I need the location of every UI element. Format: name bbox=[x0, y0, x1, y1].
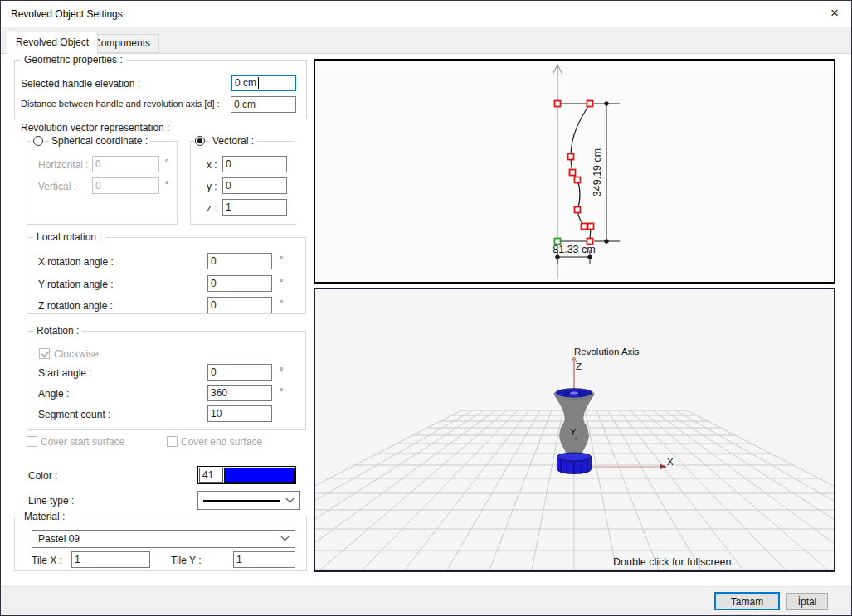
line-type-select[interactable] bbox=[197, 491, 300, 510]
vector-x-input[interactable] bbox=[222, 156, 287, 172]
profile-handle[interactable] bbox=[570, 170, 576, 176]
vertical-label: Vertical : bbox=[38, 181, 76, 192]
z-axis-label: Z bbox=[576, 361, 582, 371]
horizontal-input bbox=[92, 156, 159, 172]
handle-elevation-input[interactable] bbox=[231, 75, 296, 91]
vase-top-cap bbox=[554, 389, 594, 399]
x-axis-label: X bbox=[667, 457, 674, 467]
color-label: Color : bbox=[28, 470, 57, 482]
vector-z-input[interactable] bbox=[222, 199, 287, 216]
vase-base bbox=[557, 453, 592, 474]
color-picker[interactable]: 41 bbox=[197, 466, 296, 484]
distance-input[interactable] bbox=[231, 96, 296, 113]
material-select[interactable]: Pastel 09 bbox=[32, 530, 295, 548]
tile-x-input[interactable] bbox=[71, 551, 150, 568]
profile-handle[interactable] bbox=[588, 224, 594, 230]
z-rotation-degree: ° bbox=[280, 298, 283, 308]
tab-revolved-object[interactable]: Revolved Object bbox=[7, 32, 98, 54]
width-dimension-label: 81.33 cm bbox=[553, 244, 595, 255]
profile-handle[interactable] bbox=[587, 239, 593, 245]
chevron-down-icon bbox=[286, 494, 295, 502]
spherical-radio[interactable] bbox=[33, 136, 43, 146]
y-axis-label: Y bbox=[570, 427, 577, 437]
render-preview-3d[interactable]: X Revolution Axis Z bbox=[314, 288, 835, 572]
z-rotation-input[interactable] bbox=[207, 297, 272, 313]
handle-elevation-label: Selected handle elevation : bbox=[21, 78, 140, 90]
revolution-vector-label: Revolution vector representation : bbox=[21, 122, 169, 133]
button-bar: Tamam İptal bbox=[1, 586, 851, 616]
geometric-properties-legend: Geometric properties : bbox=[21, 54, 126, 65]
x-rotation-degree: ° bbox=[280, 255, 283, 264]
start-angle-label: Start angle : bbox=[38, 367, 92, 379]
profile-handle[interactable] bbox=[575, 177, 581, 183]
line-type-label: Line type : bbox=[28, 495, 74, 507]
x-rotation-label: X rotation angle : bbox=[38, 256, 114, 268]
local-rotation-legend: Local rotation : bbox=[33, 231, 105, 243]
profile-handle[interactable] bbox=[587, 101, 593, 107]
clockwise-label: Clockwise bbox=[54, 348, 99, 360]
color-swatch bbox=[224, 468, 295, 483]
spherical-legend: Spherical coordinate : bbox=[49, 135, 150, 147]
profile-handle[interactable] bbox=[555, 101, 561, 107]
segment-count-label: Segment count : bbox=[38, 409, 110, 420]
z-rotation-label: Z rotation angle : bbox=[38, 300, 113, 312]
vectoral-radio[interactable] bbox=[195, 136, 205, 146]
vector-y-input[interactable] bbox=[222, 177, 287, 194]
cover-start-checkbox bbox=[27, 436, 37, 447]
vector-y-label: y : bbox=[207, 181, 217, 192]
angle-degree: ° bbox=[280, 386, 283, 396]
profile-preview-2d[interactable]: 349.19 cm 81.33 cm bbox=[314, 59, 835, 284]
start-angle-input[interactable] bbox=[207, 364, 272, 381]
angle-label: Angle : bbox=[38, 388, 69, 400]
vertical-input bbox=[92, 177, 159, 194]
tile-y-label: Tile Y : bbox=[171, 555, 201, 566]
rotation-legend: Rotation : bbox=[33, 325, 82, 337]
y-rotation-input[interactable] bbox=[207, 275, 272, 292]
line-style-preview bbox=[203, 500, 280, 502]
color-index: 41 bbox=[199, 468, 223, 483]
revolution-axis-title: Revolution Axis bbox=[574, 347, 640, 357]
render-drawing: X Revolution Axis Z bbox=[315, 289, 834, 570]
fullscreen-hint: Double click for fullscreen. bbox=[613, 556, 734, 568]
start-angle-degree: ° bbox=[280, 366, 283, 376]
close-icon[interactable]: × bbox=[818, 1, 851, 27]
chevron-down-icon bbox=[281, 533, 290, 541]
dialog-title: Revolved Object Settings bbox=[11, 8, 123, 20]
y-rotation-degree: ° bbox=[280, 277, 283, 287]
angle-input[interactable] bbox=[207, 385, 272, 401]
profile-handle[interactable] bbox=[568, 154, 574, 160]
material-value: Pastel 09 bbox=[38, 533, 80, 545]
clockwise-checkbox bbox=[39, 348, 50, 359]
profile-handle[interactable] bbox=[582, 224, 587, 230]
text-caret bbox=[258, 77, 259, 89]
cover-start-label: Cover start surface bbox=[41, 436, 124, 448]
horizontal-label: Horizontal : bbox=[38, 159, 89, 171]
y-rotation-label: Y rotation angle : bbox=[38, 279, 114, 290]
profile-handles bbox=[555, 101, 594, 245]
vector-z-label: z : bbox=[207, 202, 217, 214]
ok-button[interactable]: Tamam bbox=[714, 592, 780, 610]
distance-label: Distance between handle and revolution a… bbox=[21, 99, 220, 109]
profile-origin-handle[interactable] bbox=[555, 239, 561, 245]
height-dimension-label: 349.19 cm bbox=[592, 148, 603, 196]
horizontal-degree: ° bbox=[165, 158, 168, 167]
x-rotation-input[interactable] bbox=[207, 253, 272, 269]
vector-x-label: x : bbox=[207, 159, 217, 171]
revolved-object-settings-dialog: Revolved Object Settings × Revolved Obje… bbox=[0, 0, 852, 616]
tile-x-label: Tile X : bbox=[32, 555, 62, 566]
profile-handle[interactable] bbox=[575, 207, 581, 213]
cover-end-checkbox bbox=[167, 436, 178, 447]
tile-y-input[interactable] bbox=[233, 551, 295, 568]
profile-drawing: 349.19 cm 81.33 cm bbox=[315, 61, 834, 282]
material-legend: Material : bbox=[21, 511, 68, 522]
segment-count-input[interactable] bbox=[207, 405, 272, 422]
cover-end-label: Cover end surface bbox=[181, 436, 262, 448]
title-bar: Revolved Object Settings × bbox=[1, 1, 851, 27]
vertical-degree: ° bbox=[165, 179, 168, 189]
cancel-button[interactable]: İptal bbox=[786, 593, 828, 610]
vectoral-legend: Vectoral : bbox=[210, 135, 256, 147]
